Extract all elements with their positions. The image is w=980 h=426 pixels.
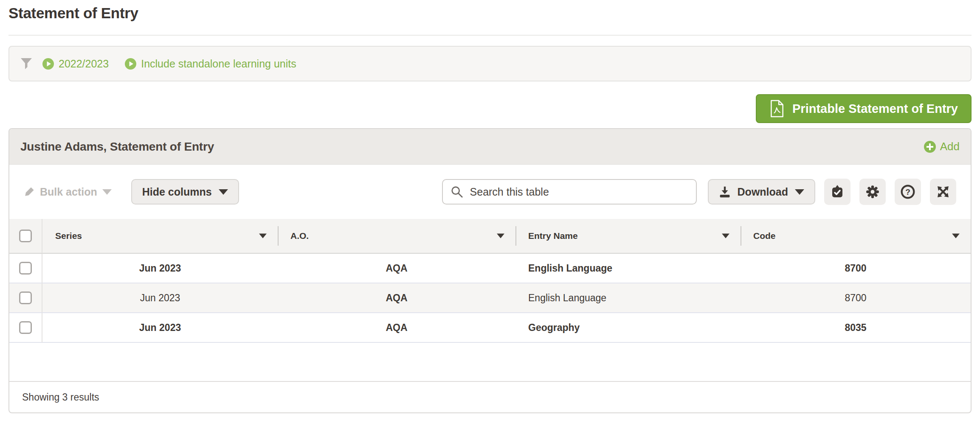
column-header-ao[interactable]: A.O. bbox=[278, 219, 515, 254]
table-filler-row bbox=[9, 343, 971, 381]
svg-text:?: ? bbox=[905, 188, 910, 196]
gear-icon bbox=[865, 185, 880, 199]
download-label: Download bbox=[738, 186, 788, 198]
table-row[interactable]: Jun 2023 AQA English Language 8700 bbox=[9, 254, 971, 283]
cell-code: 8700 bbox=[741, 283, 971, 313]
actions-row: Printable Statement of Entry bbox=[8, 94, 972, 123]
filter-bar: 2022/2023 Include standalone learning un… bbox=[8, 46, 972, 81]
panel-footer: Showing 3 results bbox=[9, 381, 971, 412]
search-input[interactable] bbox=[469, 185, 688, 199]
results-count: Showing 3 results bbox=[22, 392, 99, 403]
cell-code: 8035 bbox=[741, 313, 971, 343]
panel-title: Justine Adams, Statement of Entry bbox=[20, 140, 214, 154]
filter-label: 2022/2023 bbox=[59, 58, 109, 70]
column-dropdown-icon[interactable] bbox=[497, 234, 504, 238]
column-dropdown-icon[interactable] bbox=[722, 234, 729, 238]
cell-series: Jun 2023 bbox=[42, 283, 278, 313]
question-circle-icon: ? bbox=[901, 185, 915, 199]
column-header-series[interactable]: Series bbox=[42, 219, 278, 254]
settings-button[interactable] bbox=[859, 179, 886, 205]
filter-item-standalone-units[interactable]: Include standalone learning units bbox=[125, 58, 296, 70]
column-header-entry-name[interactable]: Entry Name bbox=[515, 219, 741, 254]
printable-statement-label: Printable Statement of Entry bbox=[792, 102, 958, 116]
download-button[interactable]: Download bbox=[708, 179, 815, 205]
filter-label: Include standalone learning units bbox=[141, 58, 296, 70]
table-toolbar: Bulk action Hide columns Download bbox=[9, 165, 971, 219]
pdf-icon bbox=[769, 100, 785, 118]
add-button[interactable]: Add bbox=[924, 140, 960, 153]
row-checkbox[interactable] bbox=[19, 291, 32, 304]
column-dropdown-icon[interactable] bbox=[259, 234, 267, 238]
statement-table: Series A.O. Entry Name Code Jun 2023 AQA… bbox=[9, 219, 971, 381]
column-dropdown-icon[interactable] bbox=[952, 234, 960, 238]
pencil-icon bbox=[24, 186, 35, 197]
download-icon bbox=[719, 186, 731, 198]
cell-code: 8700 bbox=[741, 254, 971, 283]
cell-ao: AQA bbox=[278, 254, 515, 283]
bulk-action-button[interactable]: Bulk action bbox=[24, 186, 112, 198]
chevron-down-icon bbox=[219, 189, 228, 195]
column-label: Entry Name bbox=[528, 231, 578, 241]
filter-funnel-icon bbox=[20, 57, 33, 70]
select-rows-button[interactable] bbox=[824, 179, 850, 205]
help-button[interactable]: ? bbox=[895, 179, 921, 205]
chevron-down-icon bbox=[795, 189, 804, 195]
title-divider bbox=[8, 35, 972, 36]
cell-ao: AQA bbox=[278, 313, 515, 343]
search-icon bbox=[451, 185, 463, 198]
check-square-icon bbox=[831, 185, 844, 199]
chevron-down-icon bbox=[102, 189, 112, 195]
row-checkbox[interactable] bbox=[19, 262, 32, 275]
add-label: Add bbox=[940, 140, 960, 153]
cell-entry-name: Geography bbox=[515, 313, 741, 343]
cell-series: Jun 2023 bbox=[42, 313, 278, 343]
search-box bbox=[442, 179, 697, 205]
expand-arrows-icon bbox=[936, 185, 950, 199]
printable-statement-button[interactable]: Printable Statement of Entry bbox=[756, 94, 972, 123]
cell-series: Jun 2023 bbox=[42, 254, 278, 283]
column-label: Series bbox=[55, 231, 82, 241]
filter-item-academic-year[interactable]: 2022/2023 bbox=[42, 58, 109, 70]
select-all-cell bbox=[9, 219, 42, 254]
plus-circle-icon bbox=[924, 141, 936, 153]
panel-header: Justine Adams, Statement of Entry Add bbox=[9, 129, 971, 165]
hide-columns-label: Hide columns bbox=[142, 186, 212, 198]
cell-entry-name: English Language bbox=[515, 254, 741, 283]
page-title: Statement of Entry bbox=[8, 0, 972, 22]
column-label: A.O. bbox=[290, 231, 309, 241]
page: Statement of Entry 2022/2023 Include sta… bbox=[0, 0, 980, 413]
table-header-row: Series A.O. Entry Name Code bbox=[9, 219, 971, 254]
play-circle-icon bbox=[42, 58, 54, 70]
hide-columns-button[interactable]: Hide columns bbox=[131, 179, 239, 205]
cell-ao: AQA bbox=[278, 283, 515, 313]
statement-panel: Justine Adams, Statement of Entry Add Bu… bbox=[8, 128, 972, 413]
cell-entry-name: English Language bbox=[515, 283, 741, 313]
column-header-code[interactable]: Code bbox=[741, 219, 971, 254]
column-label: Code bbox=[753, 231, 776, 241]
select-all-checkbox[interactable] bbox=[19, 230, 32, 242]
row-checkbox[interactable] bbox=[19, 321, 32, 334]
table-row[interactable]: Jun 2023 AQA Geography 8035 bbox=[9, 313, 971, 343]
expand-button[interactable] bbox=[930, 179, 956, 205]
table-row[interactable]: Jun 2023 AQA English Language 8700 bbox=[9, 283, 971, 313]
bulk-action-label: Bulk action bbox=[40, 186, 97, 198]
play-circle-icon bbox=[125, 58, 136, 70]
